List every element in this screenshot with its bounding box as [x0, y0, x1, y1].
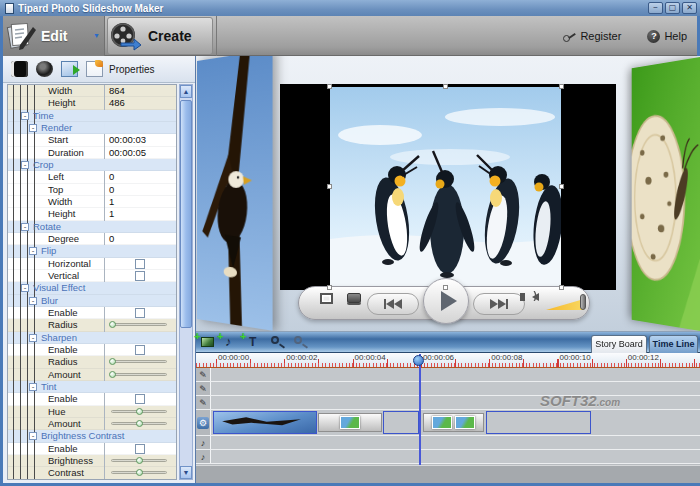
- track-audio-4[interactable]: ♪: [196, 436, 700, 450]
- radius-value-cell[interactable]: [104, 319, 176, 331]
- section-tint[interactable]: -Tint: [8, 381, 176, 393]
- amount-value-cell[interactable]: [104, 418, 176, 430]
- music-note-icon[interactable]: ♪: [201, 452, 206, 462]
- close-button[interactable]: ✕: [682, 2, 697, 14]
- hue-value-cell[interactable]: [104, 406, 176, 418]
- scroll-up-arrow[interactable]: ▲: [180, 85, 192, 98]
- section-brightness-contrast[interactable]: -Brightness Contrast: [8, 430, 176, 442]
- enable-checkbox[interactable]: [135, 345, 145, 355]
- selection-handle[interactable]: [327, 285, 332, 290]
- volume-slider[interactable]: [546, 299, 584, 310]
- pencil-icon[interactable]: ✎: [199, 384, 207, 394]
- enable-checkbox[interactable]: [135, 308, 145, 318]
- zoom-in-button[interactable]: [269, 334, 288, 350]
- fit-screen-button[interactable]: [317, 293, 335, 304]
- collapse-toggle[interactable]: -: [29, 383, 37, 391]
- radius-slider[interactable]: [111, 323, 167, 326]
- edit-dropdown-arrow[interactable]: ▼: [93, 32, 100, 39]
- section-blur[interactable]: -Blur: [8, 295, 176, 307]
- zoom-out-button[interactable]: [292, 334, 311, 350]
- preview-photo-penguins[interactable]: [330, 87, 561, 287]
- selection-handle[interactable]: [559, 285, 564, 290]
- add-text-button[interactable]: T: [246, 334, 265, 350]
- brightness-slider[interactable]: [111, 459, 167, 462]
- enable-value-cell[interactable]: [104, 393, 176, 405]
- selection-handle[interactable]: [443, 84, 448, 89]
- slider-thumb[interactable]: [109, 371, 116, 378]
- gear-icon[interactable]: ⚙: [197, 417, 209, 429]
- vertical-checkbox[interactable]: [135, 271, 145, 281]
- slider-thumb[interactable]: [136, 408, 143, 415]
- title-bar[interactable]: Tipard Photo Slideshow Maker − ▢ ✕: [0, 0, 700, 16]
- previous-button[interactable]: [367, 293, 419, 315]
- clip-eagle[interactable]: [213, 411, 317, 434]
- section-visual-effect[interactable]: -Visual Effect: [8, 282, 176, 294]
- scrollbar-thumb[interactable]: [180, 100, 192, 328]
- volume-knob[interactable]: [580, 294, 586, 310]
- clip-butterfly[interactable]: [486, 411, 591, 434]
- playhead-knob[interactable]: [413, 355, 424, 366]
- clip-transition[interactable]: [423, 413, 484, 432]
- properties-tab-label[interactable]: Properties: [109, 64, 155, 75]
- lens-icon[interactable]: [36, 61, 53, 77]
- radius-value-cell[interactable]: [104, 356, 176, 368]
- width-value-cell[interactable]: 864: [104, 85, 176, 97]
- minimize-button[interactable]: −: [648, 2, 663, 14]
- collapse-toggle[interactable]: -: [29, 247, 37, 255]
- collapse-toggle[interactable]: -: [29, 124, 37, 132]
- contrast-value-cell[interactable]: [104, 467, 176, 479]
- tab-time-line[interactable]: Time Line: [649, 335, 698, 353]
- enable-checkbox[interactable]: [135, 394, 145, 404]
- degree-value-cell[interactable]: 0: [104, 233, 176, 245]
- transition-icon[interactable]: [61, 61, 78, 77]
- section-sharpen[interactable]: -Sharpen: [8, 332, 176, 344]
- edit-button[interactable]: Edit ▼: [3, 16, 105, 56]
- panel-scrollbar[interactable]: ▲ ▼: [179, 84, 193, 480]
- preview-photo-butterfly[interactable]: [632, 57, 700, 331]
- track-audio-5[interactable]: ♪: [196, 450, 700, 464]
- amount-slider[interactable]: [111, 422, 167, 425]
- help-button[interactable]: ? Help: [647, 30, 687, 43]
- horizontal-value-cell[interactable]: [104, 258, 176, 270]
- selection-handle[interactable]: [559, 184, 564, 189]
- section-crop[interactable]: -Crop: [8, 159, 176, 171]
- create-button[interactable]: Create: [107, 17, 213, 55]
- track-video-3[interactable]: ⚙: [196, 410, 700, 436]
- collapse-toggle[interactable]: -: [29, 297, 37, 305]
- pencil-icon[interactable]: ✎: [199, 370, 207, 380]
- horizontal-checkbox[interactable]: [135, 259, 145, 269]
- section-render[interactable]: -Render: [8, 122, 176, 134]
- radius-slider[interactable]: [111, 360, 167, 363]
- track-text-1[interactable]: ✎: [196, 382, 700, 396]
- enable-checkbox[interactable]: [135, 444, 145, 454]
- selection-handle[interactable]: [443, 285, 448, 290]
- duration-value-cell[interactable]: 00:00:05: [104, 147, 176, 159]
- pencil-icon[interactable]: ✎: [199, 398, 207, 408]
- timeline-ruler[interactable]: 00:00:0000:00:0200:00:0400:00:0600:00:08…: [196, 353, 700, 368]
- collapse-toggle[interactable]: -: [21, 223, 29, 231]
- left-value-cell[interactable]: 0: [104, 171, 176, 183]
- start-value-cell[interactable]: 00:00:03: [104, 134, 176, 146]
- top-value-cell[interactable]: 0: [104, 184, 176, 196]
- width-value-cell[interactable]: 1: [104, 196, 176, 208]
- collapse-toggle[interactable]: -: [21, 284, 29, 292]
- contrast-slider[interactable]: [111, 471, 167, 474]
- slider-thumb[interactable]: [109, 321, 116, 328]
- selection-handle[interactable]: [327, 84, 332, 89]
- enable-value-cell[interactable]: [104, 443, 176, 455]
- clip-penguins[interactable]: [383, 411, 419, 434]
- collapse-toggle[interactable]: -: [29, 432, 37, 440]
- tab-story-board[interactable]: Story Board: [591, 335, 647, 353]
- next-button[interactable]: [473, 293, 525, 315]
- track-text-2[interactable]: ✎: [196, 396, 700, 410]
- vertical-value-cell[interactable]: [104, 270, 176, 282]
- brightness-value-cell[interactable]: [104, 455, 176, 467]
- properties-icon[interactable]: [86, 61, 103, 77]
- amount-slider[interactable]: [111, 373, 167, 376]
- register-button[interactable]: Register: [563, 30, 621, 43]
- slider-thumb[interactable]: [136, 420, 143, 427]
- mute-button[interactable]: [527, 293, 543, 301]
- collapse-toggle[interactable]: -: [29, 334, 37, 342]
- slider-thumb[interactable]: [136, 469, 143, 476]
- section-time[interactable]: -Time: [8, 110, 176, 122]
